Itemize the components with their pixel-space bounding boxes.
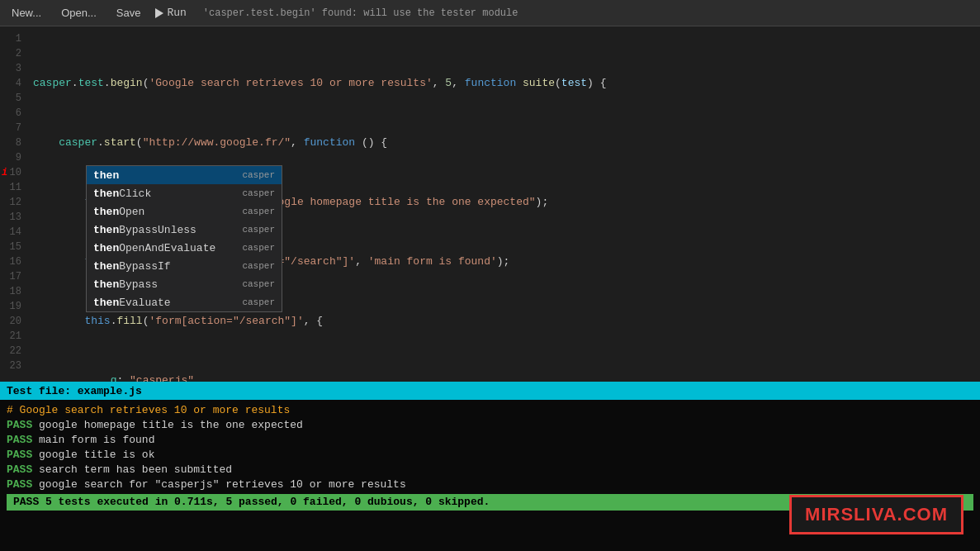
ac-item-thenclick[interactable]: thenClick casper — [87, 184, 282, 202]
line-num-7: 7 — [0, 121, 26, 135]
line-num-19: 19 — [0, 299, 26, 314]
line-num-9: 9 — [0, 150, 26, 165]
new-button[interactable]: New... — [7, 5, 46, 21]
editor: 1 2 3 4 5 6 7 8 9 10 11 12 13 14 15 16 1… — [0, 26, 980, 382]
terminal-result-1: PASS google homepage title is the one ex… — [7, 418, 973, 433]
line-num-10: 10 — [0, 165, 26, 180]
terminal-result-4: PASS search term has been submitted — [7, 463, 973, 477]
line-num-5: 5 — [0, 91, 26, 106]
ac-item-thenopenandeval[interactable]: thenOpenAndEvaluate casper — [87, 239, 282, 257]
line-num-1: 1 — [0, 31, 26, 46]
watermark-text: MIRSLIVA.COM — [805, 504, 948, 525]
terminal-header-text: Test file: example.js — [7, 385, 142, 397]
ac-item-thenbypassif[interactable]: thenBypassIf casper — [87, 257, 282, 275]
line-num-16: 16 — [0, 254, 26, 269]
autocomplete-dropdown[interactable]: then casper thenClick casper thenOpen ca… — [86, 165, 282, 312]
open-button[interactable]: Open... — [56, 5, 102, 21]
code-line-2: casper.start("http://www.google.fr/", fu… — [33, 135, 980, 150]
terminal-result-2: PASS main form is found — [7, 433, 973, 448]
line-num-22: 22 — [0, 344, 26, 359]
line-num-8: 8 — [0, 135, 26, 150]
ac-item-thenopen[interactable]: thenOpen casper — [87, 202, 282, 221]
ac-item-thenbypass[interactable]: thenBypass casper — [87, 275, 282, 293]
run-button[interactable]: Run — [155, 7, 186, 19]
toolbar-status: 'casper.test.begin' found: will use the … — [203, 7, 518, 19]
line-num-20: 20 — [0, 314, 26, 329]
line-num-23: 23 — [0, 359, 26, 373]
toolbar: New... Open... Save Run 'casper.test.beg… — [0, 0, 980, 26]
line-num-17: 17 — [0, 269, 26, 284]
terminal-comment: # Google search retrieves 10 or more res… — [7, 403, 973, 418]
ac-item-thenevaluate[interactable]: thenEvaluate casper — [87, 293, 282, 311]
line-num-14: 14 — [0, 225, 26, 240]
run-icon — [155, 8, 163, 18]
line-num-11: 11 — [0, 180, 26, 195]
code-line-5: this.fill('form[action="/search"]', { — [33, 314, 980, 329]
line-num-21: 21 — [0, 329, 26, 344]
line-numbers: 1 2 3 4 5 6 7 8 9 10 11 12 13 14 15 16 1… — [0, 26, 30, 382]
code-line-6: q: "casperjs" — [33, 373, 980, 382]
ac-item-thenbypassunless[interactable]: thenBypassUnless casper — [87, 221, 282, 239]
line-num-6: 6 — [0, 106, 26, 121]
line-num-15: 15 — [0, 240, 26, 254]
line-num-12: 12 — [0, 195, 26, 210]
line-num-4: 4 — [0, 76, 26, 91]
ac-item-then[interactable]: then casper — [87, 166, 282, 184]
code-line-1: casper.test.begin('Google search retriev… — [33, 76, 980, 91]
save-button[interactable]: Save — [111, 5, 146, 21]
terminal-result-3: PASS google title is ok — [7, 448, 973, 463]
line-num-3: 3 — [0, 61, 26, 76]
run-label: Run — [167, 7, 186, 19]
line-num-13: 13 — [0, 210, 26, 225]
terminal-result-5: PASS google search for "casperjs" retrie… — [7, 477, 973, 492]
line-num-2: 2 — [0, 46, 26, 61]
line-num-18: 18 — [0, 284, 26, 299]
terminal-header: Test file: example.js — [0, 382, 980, 400]
watermark: MIRSLIVA.COM — [789, 495, 963, 534]
